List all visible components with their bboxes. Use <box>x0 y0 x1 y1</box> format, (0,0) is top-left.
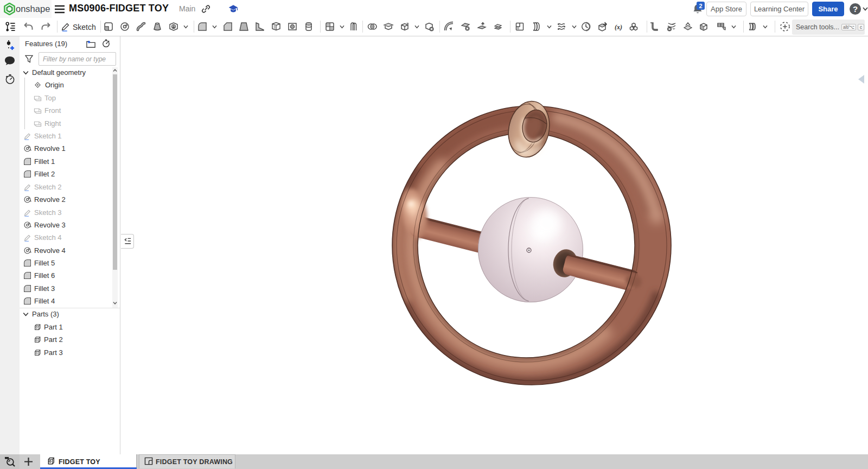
svg-text:(x): (x) <box>615 23 622 31</box>
